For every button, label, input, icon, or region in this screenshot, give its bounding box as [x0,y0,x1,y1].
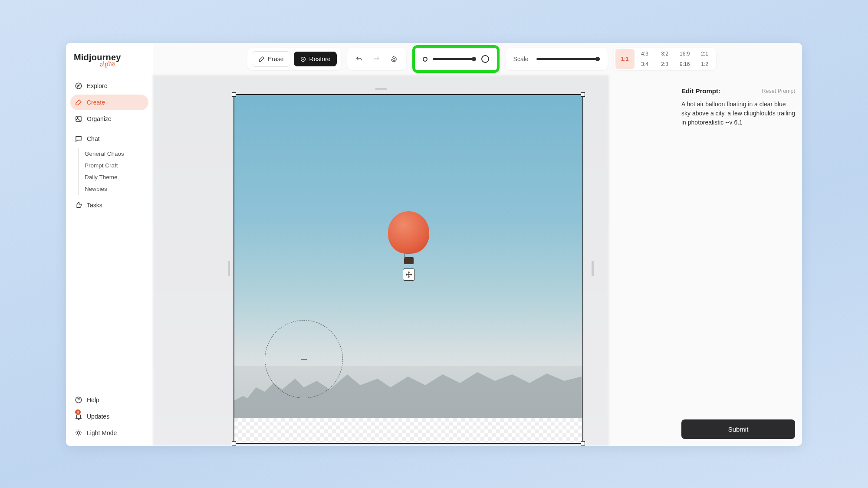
btn-label: Erase [268,56,284,62]
brush-small-icon [423,57,427,62]
chat-sub[interactable]: General Chaos [79,148,148,160]
undo-icon [355,56,363,63]
sidebar-item-organize[interactable]: Organize [70,111,148,127]
svg-marker-1 [78,85,80,87]
compass-icon [75,82,82,90]
nav-label: Organize [87,115,112,122]
slider-thumb[interactable] [595,57,600,61]
sidebar-item-help[interactable]: Help [70,392,148,408]
nav-label: Chat [87,135,100,142]
redo-icon [373,56,380,63]
resize-handle-br[interactable] [581,441,585,445]
app-window: Midjourney alpha Explore Create Organize… [66,43,802,446]
eraser-icon [258,56,265,62]
updates-badge: 0 [75,409,81,415]
move-icon [405,271,412,278]
move-handle[interactable] [403,269,415,281]
nav-label: Updates [87,413,109,420]
reset-button[interactable] [386,51,402,67]
canvas-image[interactable] [234,95,582,443]
nav-label: Explore [87,82,107,89]
btn-label: Restore [309,56,331,62]
image-icon [75,115,82,123]
logo-alpha: alpha [99,59,115,69]
sun-icon [75,429,82,437]
svg-point-5 [77,432,80,434]
resize-handle-tr[interactable] [581,92,585,97]
top-drag-handle[interactable] [375,88,387,90]
right-panel: Edit Prompt: Reset Prompt A hot air ball… [672,75,802,446]
nav-label: Tasks [87,202,102,209]
ratio-cell[interactable]: 2:1 [695,49,714,59]
ratio-cell[interactable]: 3:2 [655,49,674,59]
prompt-text[interactable]: A hot air balloon floating in a clear bl… [681,100,795,127]
reset-prompt-button[interactable]: Reset Prompt [762,88,795,94]
sidebar-item-create[interactable]: Create [70,95,148,110]
canvas-frame[interactable] [233,94,583,444]
minus-icon [301,359,307,360]
slider-thumb[interactable] [472,57,476,61]
thumbs-up-icon [75,201,82,209]
chat-sub[interactable]: Newbies [79,183,148,195]
brush-large-icon [481,55,489,63]
top-toolbar: Erase Restore Scale [153,47,802,71]
sidebar-item-updates[interactable]: 0 Updates [70,409,148,424]
canvas-area [153,75,609,446]
undo-button[interactable] [352,51,367,67]
right-drag-handle[interactable] [592,261,594,276]
restore-icon [300,56,306,62]
sidebar-item-light-mode[interactable]: Light Mode [70,425,148,441]
balloon-image [388,211,429,276]
erase-button[interactable]: Erase [252,51,290,67]
submit-button[interactable]: Submit [681,419,795,439]
brush-size-control[interactable] [412,45,500,73]
brush-icon [75,98,82,106]
scale-control: Scale [506,48,608,70]
brush-slider[interactable] [433,58,476,60]
chat-group: Chat General Chaos Prompt Craft Daily Th… [70,131,148,195]
nav-label: Help [87,396,99,403]
logo: Midjourney alpha [70,52,148,78]
erase-restore-group: Erase Restore [247,48,341,70]
aspect-ratio-group: 1:1 4:3 3:2 16:9 2:1 3:4 2:3 9:16 1:2 [614,48,716,70]
resize-handle-bl[interactable] [232,441,236,445]
redo-button[interactable] [369,51,385,67]
history-group [347,48,406,70]
scale-slider[interactable] [536,58,600,60]
nav-label: Create [87,99,105,106]
ratio-cell[interactable]: 9:16 [675,59,694,69]
scale-label: Scale [513,56,529,62]
nav-label: Light Mode [87,429,117,436]
sidebar: Midjourney alpha Explore Create Organize… [66,43,153,446]
left-drag-handle[interactable] [228,261,230,276]
transparent-region [234,418,582,443]
chat-icon [75,135,82,143]
ratio-1-1[interactable]: 1:1 [615,49,635,69]
help-icon [75,396,82,404]
reset-icon [390,56,398,63]
ratio-cell[interactable]: 3:4 [635,59,654,69]
edit-prompt-header: Edit Prompt: Reset Prompt [681,87,795,95]
restore-button[interactable]: Restore [294,52,337,66]
sidebar-item-chat[interactable]: Chat [70,131,148,147]
sidebar-item-tasks[interactable]: Tasks [70,197,148,213]
ratio-cell[interactable]: 16:9 [675,49,694,59]
chat-sub[interactable]: Daily Theme [79,171,148,183]
chat-sub[interactable]: Prompt Craft [79,160,148,171]
brush-cursor[interactable] [265,320,343,398]
sidebar-item-explore[interactable]: Explore [70,78,148,94]
edit-prompt-title: Edit Prompt: [681,87,720,95]
ratio-cell[interactable]: 4:3 [635,49,654,59]
chat-sublist: General Chaos Prompt Craft Daily Theme N… [78,148,148,195]
resize-handle-tl[interactable] [232,92,236,97]
ratio-cell[interactable]: 2:3 [655,59,674,69]
ratio-cell[interactable]: 1:2 [695,59,714,69]
